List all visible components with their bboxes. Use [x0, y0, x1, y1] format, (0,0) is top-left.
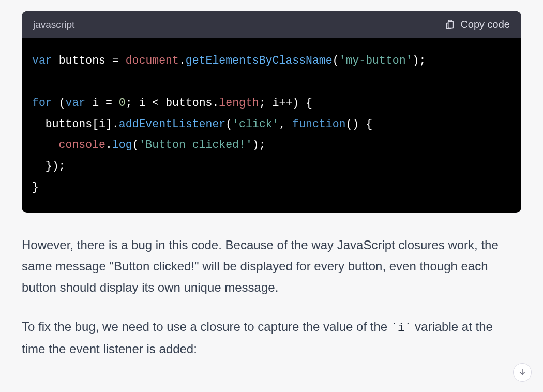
language-label: javascript [33, 19, 74, 31]
code-token: buttons [59, 54, 105, 67]
code-token: ; [259, 97, 273, 109]
code-token: . [112, 118, 119, 130]
code-token: i [139, 97, 146, 109]
copy-code-label: Copy code [460, 19, 510, 31]
code-token: . [179, 54, 186, 67]
copy-code-button[interactable]: Copy code [445, 19, 510, 31]
code-token: = [99, 97, 119, 109]
code-token: var [32, 54, 52, 67]
code-token: log [112, 139, 132, 151]
code-token: ( [59, 97, 66, 109]
code-token: 'click' [232, 118, 279, 130]
code-token: ) [252, 139, 259, 151]
code-token [52, 97, 59, 109]
code-token: ; [259, 139, 266, 151]
code-header: javascript Copy code [22, 11, 521, 38]
code-token: < [145, 97, 165, 109]
code-token: getElementsByClassName [186, 54, 333, 67]
code-token [85, 97, 92, 109]
code-body[interactable]: var buttons = document.getElementsByClas… [22, 38, 521, 213]
code-token: . [212, 97, 219, 109]
code-token: buttons [165, 97, 212, 109]
code-token: ( [132, 139, 139, 151]
code-token: } [32, 181, 39, 193]
svg-rect-0 [448, 21, 454, 28]
code-token: , [279, 118, 292, 130]
code-token: for [32, 97, 52, 109]
code-token: 0 [119, 97, 126, 109]
code-token: 'Button clicked!' [139, 139, 252, 151]
code-token: buttons [46, 118, 92, 130]
code-token: ( [225, 118, 232, 130]
code-token: var [66, 97, 86, 109]
code-token: ; [419, 54, 426, 67]
inline-code-i: `i` [391, 322, 412, 335]
code-token: ) [292, 97, 299, 109]
code-token: ( [333, 54, 339, 67]
code-token: 'my-button' [339, 54, 413, 67]
code-token: { [359, 118, 372, 130]
prose-section: However, there is a bug in this code. Be… [22, 234, 521, 359]
code-token: function [292, 118, 345, 130]
code-token: i [99, 118, 105, 130]
code-token: . [105, 139, 112, 151]
code-block: javascript Copy code var buttons = docum… [22, 11, 521, 213]
clipboard-icon [445, 19, 455, 31]
paragraph-2: To fix the bug, we need to use a closure… [22, 316, 516, 359]
code-token: }); [46, 160, 66, 172]
content-wrapper: javascript Copy code var buttons = docum… [0, 0, 543, 359]
code-token: i [92, 97, 99, 109]
code-token: addEventListener [119, 118, 225, 130]
code-token: [ [92, 118, 99, 130]
code-token: i++ [273, 97, 293, 109]
paragraph-2a: To fix the bug, we need to use a closure… [22, 320, 391, 334]
code-token: console [59, 139, 105, 151]
paragraph-1: However, there is a bug in this code. Be… [22, 234, 516, 298]
code-token: = [105, 54, 126, 67]
code-token: { [299, 97, 312, 109]
code-token: length [219, 97, 259, 109]
arrow-down-icon [518, 367, 527, 378]
code-token: () [345, 118, 359, 130]
scroll-down-button[interactable] [513, 363, 532, 382]
code-token: ) [413, 54, 419, 67]
code-token [52, 54, 59, 67]
code-token: document [126, 54, 179, 67]
code-token: ; [126, 97, 139, 109]
code-token: ] [105, 118, 112, 130]
